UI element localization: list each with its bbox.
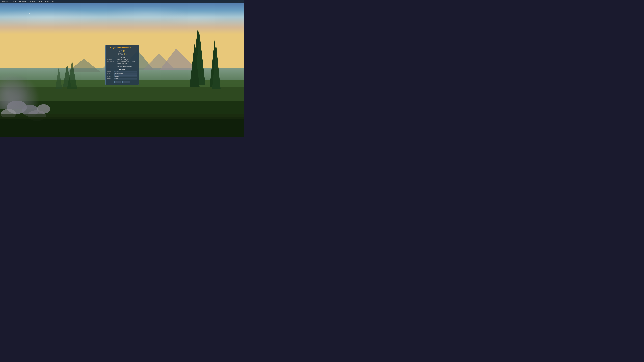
star	[225, 7, 225, 7]
platform-value: Darwin 14.0.0 x86_64	[116, 59, 137, 60]
save-checkmark-icon: ✓	[116, 81, 117, 83]
star	[49, 10, 49, 11]
gpu-row: GPU model: Intel HD Graphics 4000/NVIDIA…	[107, 64, 137, 67]
render-row: Render: OpenGL	[107, 71, 137, 72]
max-fps-value: 37.7	[124, 54, 126, 56]
fps-label: FPS:	[119, 50, 122, 51]
svg-rect-22	[0, 114, 244, 119]
close-button[interactable]: ✕ Close	[122, 81, 130, 83]
min-fps-row: Min FPS: 14.9	[107, 53, 137, 54]
gpu-value: Intel HD Graphics 4000/NVIDIA GeForce GT…	[116, 64, 137, 67]
settings-header: Settings	[107, 68, 137, 70]
cpu-value: Intel(R) Core(TM) i7-3667U CPU @ 2.00GHz…	[116, 61, 137, 64]
cpu-label: CPU model:	[107, 61, 116, 64]
menubar-follow[interactable]: Follow	[29, 0, 36, 3]
svg-point-18	[1, 109, 16, 119]
gpu-label: GPU model:	[107, 64, 116, 67]
platform-row: Platform: Darwin 14.0.0 x86_64	[107, 59, 137, 60]
mode-row: Mode: 3840x2160 fullscreen	[107, 73, 137, 75]
menubar-exit[interactable]: Exit	[51, 0, 55, 3]
save-button[interactable]: ✓ Save	[114, 81, 122, 83]
benchmark-dialog: Unigine Valley Benchmark 1.0 FPS: 22.5 S…	[106, 45, 139, 85]
mode-value: 3840x2160 fullscreen	[114, 73, 137, 75]
quality-row: Quality: Ultra	[107, 78, 137, 80]
dialog-title: Unigine Valley Benchmark 1.0	[107, 47, 137, 49]
preset-label: Preset:	[107, 76, 114, 77]
fps-value: 22.5	[122, 50, 125, 51]
max-fps-row: Max FPS: 37.7	[107, 54, 137, 56]
close-label: Close	[125, 81, 128, 83]
fps-section: FPS: 22.5 Score: 942 Min FPS: 14.9 Max F…	[107, 50, 137, 56]
dialog-buttons: ✓ Save ✕ Close	[107, 81, 137, 83]
svg-rect-21	[0, 117, 244, 137]
rocks-overlay	[0, 68, 73, 109]
min-fps-label: Min FPS:	[118, 53, 124, 54]
star	[110, 5, 110, 5]
quality-label: Quality:	[107, 78, 114, 79]
preset-value: Custom	[114, 75, 137, 77]
menubar-manual[interactable]: Manual	[44, 0, 50, 3]
svg-point-20	[28, 110, 46, 121]
score-value: 942	[123, 51, 125, 53]
save-label: Save	[117, 81, 120, 83]
min-fps-value: 14.9	[124, 53, 126, 54]
menubar-options[interactable]: Options	[36, 0, 43, 3]
mode-label: Mode:	[107, 73, 114, 75]
system-header: System	[107, 57, 137, 58]
close-x-icon: ✕	[124, 81, 125, 83]
score-row: Score: 942	[107, 51, 137, 53]
star	[117, 9, 118, 9]
star	[12, 4, 12, 4]
menubar-camera[interactable]: Camera	[11, 0, 18, 3]
cpu-row: CPU model: Intel(R) Core(TM) i7-3667U CP…	[107, 61, 137, 64]
quality-value: Ultra	[114, 78, 137, 80]
menubar-environment[interactable]: Environment	[18, 0, 29, 3]
preset-row: Preset: Custom	[107, 75, 137, 77]
max-fps-label: Max FPS:	[118, 54, 124, 56]
score-label: Score:	[119, 51, 123, 53]
star	[215, 11, 215, 11]
menubar: Benchmark Camera Environment Follow Opti…	[0, 0, 244, 3]
render-value: OpenGL	[114, 71, 137, 72]
platform-label: Platform:	[107, 59, 116, 60]
fps-row: FPS: 22.5	[107, 50, 137, 51]
stars-layer	[0, 0, 244, 48]
menubar-benchmark[interactable]: Benchmark	[1, 0, 10, 3]
star	[166, 8, 166, 8]
render-label: Render:	[107, 71, 114, 72]
